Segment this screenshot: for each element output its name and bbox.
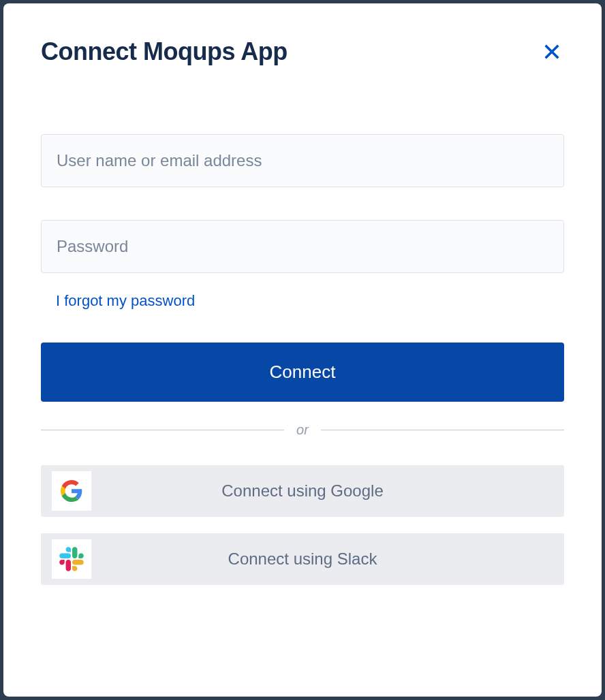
- divider: or: [41, 422, 564, 438]
- connect-button[interactable]: Connect: [41, 343, 564, 402]
- google-button-label: Connect using Google: [221, 481, 384, 500]
- close-button[interactable]: [540, 39, 564, 64]
- google-icon: [61, 480, 82, 502]
- slack-icon: [59, 547, 84, 571]
- divider-line-right: [321, 430, 564, 430]
- username-input[interactable]: [41, 134, 564, 187]
- forgot-password-link[interactable]: I forgot my password: [56, 292, 195, 310]
- google-icon-box: [52, 471, 91, 511]
- modal-title: Connect Moqups App: [41, 37, 288, 66]
- password-input[interactable]: [41, 220, 564, 273]
- slack-button-label: Connect using Slack: [228, 550, 377, 569]
- slack-icon-box: [52, 539, 91, 579]
- modal-header: Connect Moqups App: [41, 37, 564, 66]
- divider-line-left: [41, 430, 284, 430]
- divider-text: or: [296, 422, 309, 438]
- connect-slack-button[interactable]: Connect using Slack: [41, 533, 564, 585]
- connect-google-button[interactable]: Connect using Google: [41, 465, 564, 517]
- close-icon: [542, 42, 561, 61]
- connect-modal: Connect Moqups App I forgot my password …: [3, 3, 602, 697]
